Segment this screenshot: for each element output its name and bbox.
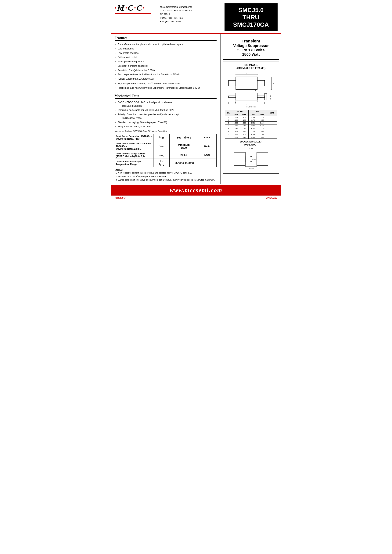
feature-item: Typical ID less than 1uA above 10V — [115, 77, 217, 82]
dim-value: .305 — [232, 130, 240, 133]
feature-item: Fast response time: typical less than 1p… — [115, 72, 217, 77]
note-item: 8.3ms, single half sine-wave or equivale… — [118, 178, 217, 181]
notes-title: NOTES: — [115, 169, 217, 171]
dim-value: 0.305 — [258, 124, 267, 127]
svg-rect-0 — [236, 77, 257, 90]
dim-value: 0.203 — [258, 121, 267, 124]
dim-min-header: MIN — [232, 113, 240, 116]
logo-dot4: · — [143, 4, 146, 12]
footer-date: 2003/01/01 — [266, 196, 277, 199]
value-cell: -55OC to +150OC — [170, 159, 198, 167]
address-line2: CA 91311 — [160, 13, 224, 16]
param-cell: Peak forward surge current (JEDEC Method… — [115, 151, 153, 159]
ratings-table: Peak Pulse Current on 10/1000us waveform… — [115, 134, 217, 167]
dim-header: D/M — [225, 110, 232, 116]
table-row: Peak forward surge current (JEDEC Method… — [115, 151, 216, 159]
dim-value: .008 — [240, 121, 249, 124]
mech-item: Polarity: Color band denotes positive en… — [115, 112, 217, 120]
param-cell: Operation And Storage Temperature Range — [115, 159, 153, 167]
dim-inches-header: INCHES — [232, 110, 248, 113]
dim-note — [267, 116, 277, 119]
table-row: Peak Pulse Current on 10/1000us waveform… — [115, 134, 216, 141]
dim-value: 6.22 — [258, 136, 267, 139]
logo-m: M — [117, 4, 125, 12]
dim-value: .260 — [232, 133, 240, 136]
feature-item: For surface mount application in order t… — [115, 42, 217, 47]
svg-text:D: D — [254, 90, 256, 92]
symbol-cell: PPPM — [153, 141, 170, 151]
dim-value: .002 — [232, 121, 240, 124]
mech-item: Weight: 0.007 ounce, 0.21 gram — [115, 125, 217, 129]
part-line3: SMCJ170CA — [226, 21, 276, 28]
dim-value: .012 — [240, 124, 249, 127]
svg-text:H: H — [273, 82, 274, 84]
svg-text:F: F — [246, 104, 247, 106]
svg-text:A: A — [260, 96, 261, 98]
footer-url-text: www.mccsemi.com — [170, 187, 222, 194]
symbol-cell: TJ,TSTG — [153, 159, 170, 167]
dim-note — [267, 124, 277, 127]
value-cell: 200.0 — [170, 151, 198, 159]
logo-area: ·M·C·C· — [115, 3, 153, 14]
dim-value: 7.11 — [258, 133, 267, 136]
part-line1: SMCJ5.0 — [226, 7, 276, 14]
dim-note — [267, 133, 277, 136]
desc-line2: Voltage Suppressor — [225, 44, 277, 48]
mechanical-section: Mechanical Data CASE: JEDEC DO-214AB mol… — [115, 94, 217, 129]
dim-note — [267, 127, 277, 130]
phone: Phone: (818) 701-4933 — [160, 16, 224, 20]
package-title: DO-214AB (SMCJ) (LEAD FRAME) — [225, 63, 277, 70]
fax: Fax: (818) 701-4939 — [160, 20, 224, 23]
table-row: H .220 .245 5.59 6.22 — [225, 136, 277, 139]
desc-line3: 5.0 to 170 Volts — [225, 48, 277, 52]
dim-value: .079 — [232, 116, 240, 119]
company-info: Micro Commercial Components 21201 Itasca… — [153, 3, 224, 23]
feature-item: Low profile package — [115, 51, 217, 55]
dim-label: D — [225, 124, 232, 127]
company-name: Micro Commercial Components — [160, 5, 224, 9]
dim-note-header: NOTE — [267, 110, 277, 116]
part-number-box: SMCJ5.0 THRU SMCJ170CA — [224, 3, 278, 31]
svg-text:0.121": 0.121" — [252, 158, 257, 160]
table-row: C .002 .008 0.051 0.203 — [225, 121, 277, 124]
svg-text:C: C — [270, 95, 271, 97]
left-column: Features For surface mount application i… — [111, 34, 221, 184]
logo-dot: · — [115, 4, 118, 12]
dim-max-mm-header: MAX — [258, 113, 267, 116]
dim-note — [267, 130, 277, 133]
footer-bar: Version: 3 2003/01/01 — [111, 196, 281, 200]
table-row: G .260 .260 6.60 7.11 — [225, 133, 277, 136]
unit-cell: Amps — [198, 151, 216, 159]
mechanical-title: Mechanical Data — [115, 94, 217, 99]
dim-value: .320 — [240, 130, 249, 133]
footer-url-bar: www.mccsemi.com — [111, 185, 281, 196]
logo-c1: C — [128, 4, 134, 12]
mech-item: CASE: JEDEC DO-214AB molded plastic body… — [115, 100, 217, 108]
dim-value: .128 — [240, 119, 249, 121]
package-box: DO-214AB (SMCJ) (LEAD FRAME) — [223, 62, 279, 173]
logo-dot3: · — [134, 4, 137, 12]
solder-title: SUGGESTED SOLDER — [225, 140, 277, 143]
svg-text:DIMENSIONS: DIMENSIONS — [246, 106, 255, 108]
dim-value: 6.60 — [248, 133, 258, 136]
solder-diagram: 0.185 0.121" 0.060" — [232, 147, 270, 171]
param-cell: Peak Pulse Current on 10/1000us waveform… — [115, 134, 153, 141]
value-cell: See Table 1 — [170, 134, 198, 141]
svg-rect-29 — [234, 152, 245, 166]
notes-list: Non-repetitive current pulse per Fig.3 a… — [118, 171, 217, 181]
desc-line4: 1500 Watt — [225, 52, 277, 57]
table-row: A .079 .103 2.00 2.62 — [225, 116, 277, 119]
feature-item: Built-in strain relief — [115, 55, 217, 59]
main-content: Features For surface mount application i… — [111, 34, 281, 184]
logo-dot2: · — [125, 4, 128, 12]
mech-item: Terminals: solderable per MIL-STD-750, M… — [115, 108, 217, 112]
svg-rect-3 — [236, 93, 257, 100]
symbol-cell: IFSM) — [153, 151, 170, 159]
right-column: Transient Voltage Suppressor 5.0 to 170 … — [221, 34, 281, 184]
svg-text:0.060": 0.060" — [249, 168, 253, 170]
unit-cell: Watts — [198, 141, 216, 151]
note-item: Non-repetitive current pulse per Fig.3 a… — [118, 171, 217, 174]
svg-rect-30 — [257, 152, 268, 166]
solder-subtitle: PAD LAYOUT — [225, 144, 277, 146]
dim-value: 7.75 — [248, 130, 258, 133]
